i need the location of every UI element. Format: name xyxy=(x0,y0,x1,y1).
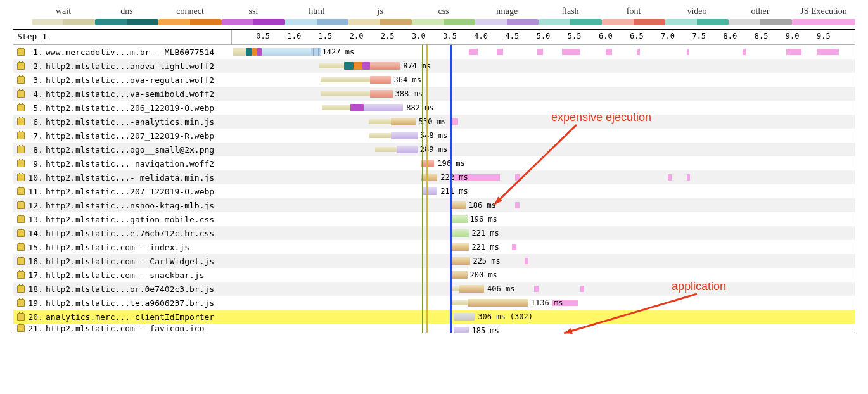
waterfall-row[interactable]: 4.http2.mlstatic...va-semibold.woff2388 … xyxy=(13,87,855,101)
lock-icon xyxy=(17,62,25,70)
segment-wait xyxy=(233,48,246,56)
jsexec-segment xyxy=(515,174,520,181)
legend-label: js xyxy=(348,6,412,16)
lock-icon xyxy=(17,313,25,321)
waterfall-row[interactable]: 10.http2.mlstatic...- melidata.min.js222… xyxy=(13,170,855,184)
row-ms-label: 874 ms xyxy=(403,61,430,70)
segment-image xyxy=(391,132,418,139)
row-number: 7. xyxy=(28,131,43,141)
segment-wait xyxy=(321,91,371,96)
row-ms-label: 1427 ms xyxy=(322,48,355,56)
row-bars: 211 ms xyxy=(232,184,855,198)
legend-label: wait xyxy=(32,6,95,16)
legend-swatch xyxy=(602,19,665,25)
waterfall-row[interactable]: 11.http2.mlstatic...207_122019-O.webp211… xyxy=(13,184,855,198)
row-number: 11. xyxy=(28,187,43,196)
row-bars: 882 ms xyxy=(232,101,855,115)
legend-item-connect: connect xyxy=(158,6,222,25)
legend-item-ssl: ssl xyxy=(222,6,285,25)
legend-swatch xyxy=(475,19,539,25)
tick: 2.0 xyxy=(350,32,364,41)
row-url: http2.mlstatic...206_122019-O.webp xyxy=(46,103,214,113)
waterfall-row[interactable]: 17.http2.mlstatic.com - snackbar.js200 m… xyxy=(13,268,855,282)
row-url: http2.mlstatic...ogo__small@2x.png xyxy=(46,145,214,155)
row-label: 5.http2.mlstatic...206_122019-O.webp xyxy=(13,103,232,113)
row-bars: 200 ms xyxy=(232,268,855,282)
legend-item-dns: dns xyxy=(95,6,158,25)
row-ms-label: 222 ms xyxy=(440,173,468,182)
segment-wait xyxy=(369,119,390,124)
legend-swatch xyxy=(348,19,412,25)
segment-wait xyxy=(369,133,390,138)
legend-label: connect xyxy=(158,6,222,16)
row-bars: 196 ms xyxy=(232,156,855,170)
segment-js xyxy=(451,243,469,251)
waterfall-row[interactable]: 8.http2.mlstatic...ogo__small@2x.png289 … xyxy=(13,143,855,156)
waterfall-row[interactable]: 20.analytics.merc... clientIdImporter306… xyxy=(13,310,855,324)
waterfall-row[interactable]: 2.http2.mlstatic...anova-light.woff2874 … xyxy=(13,59,855,73)
row-url: http2.mlstatic...207_122019-O.webp xyxy=(46,187,214,196)
jsexec-segment xyxy=(469,49,478,55)
row-label: 15.http2.mlstatic.com - index.js xyxy=(13,243,232,252)
waterfall-row[interactable]: 19.http2.mlstatic...le.a9606237.br.js113… xyxy=(13,296,855,310)
waterfall-row[interactable]: 5.http2.mlstatic...206_122019-O.webp882 … xyxy=(13,101,855,115)
legend: wait dns connect ssl html js css image f… xyxy=(13,6,855,25)
waterfall-row[interactable]: 13.http2.mlstatic...gation-mobile.css196… xyxy=(13,212,855,226)
row-url: http2.mlstatic...va-semibold.woff2 xyxy=(46,89,214,99)
waterfall-row[interactable]: 15.http2.mlstatic.com - index.js221 ms xyxy=(13,240,855,254)
waterfall-row[interactable]: 12.http2.mlstatic...nshoo-ktag-mlb.js186… xyxy=(13,198,855,212)
row-url: http2.mlstatic.com - CartWidget.js xyxy=(46,257,214,266)
row-number: 5. xyxy=(28,103,43,113)
row-url: www.mercadoliv...m.br - MLB6077514 xyxy=(46,48,214,57)
row-label: 2.http2.mlstatic...anova-light.woff2 xyxy=(13,61,232,71)
tick: 3.0 xyxy=(412,32,426,41)
row-label: 13.http2.mlstatic...gation-mobile.css xyxy=(13,215,232,224)
legend-label: html xyxy=(285,6,348,16)
segment-ssl xyxy=(257,48,262,56)
lock-icon xyxy=(17,132,25,139)
row-url: http2.mlstatic...nshoo-ktag-mlb.js xyxy=(46,201,214,210)
row-ms-label: 388 ms xyxy=(395,89,423,98)
segment-wait xyxy=(451,286,459,291)
row-ms-label: 548 ms xyxy=(420,131,447,140)
legend-item-html: html xyxy=(285,6,348,25)
tick: 3.5 xyxy=(443,32,457,41)
row-number: 15. xyxy=(28,243,43,252)
waterfall-row[interactable]: 7.http2.mlstatic...207_122019-R.webp548 … xyxy=(13,129,855,143)
jsexec-segment xyxy=(786,49,802,55)
row-bars: 388 ms xyxy=(232,87,855,101)
waterfall-row[interactable]: 16.http2.mlstatic.com - CartWidget.js225… xyxy=(13,254,855,268)
segment-js xyxy=(451,201,466,209)
waterfall-row[interactable]: 3.http2.mlstatic...ova-regular.woff2364 … xyxy=(13,73,855,87)
tick: 4.0 xyxy=(474,32,488,41)
waterfall-row[interactable]: 1.www.mercadoliv...m.br - MLB60775141427… xyxy=(13,45,855,59)
row-number: 6. xyxy=(28,117,43,127)
row-ms-label: 200 ms xyxy=(470,270,497,279)
waterfall-row[interactable]: 9.http2.mlstatic... navigation.woff2196 … xyxy=(13,156,855,170)
jsexec-segment xyxy=(743,49,746,55)
waterfall-row[interactable]: 14.http2.mlstatic...e.76cb712c.br.css221… xyxy=(13,226,855,240)
segment-js xyxy=(459,285,484,293)
segment-ssl xyxy=(362,62,370,70)
row-label: 6.http2.mlstatic...-analytics.min.js xyxy=(13,117,232,127)
segment-image xyxy=(422,187,438,195)
tick: 8.0 xyxy=(724,32,737,41)
segment-html xyxy=(262,48,311,56)
row-url: http2.mlstatic... navigation.woff2 xyxy=(46,159,214,168)
lock-icon xyxy=(17,285,25,293)
legend-item-css: css xyxy=(412,6,475,25)
legend-label: other xyxy=(729,6,792,16)
waterfall-row[interactable]: 21.http2.mlstatic.com - favicon.ico185 m… xyxy=(13,324,855,333)
lock-icon xyxy=(17,324,25,332)
jsexec-segment xyxy=(817,49,839,55)
waterfall-row[interactable]: 18.http2.mlstatic...or.0e7402c3.br.js406… xyxy=(13,282,855,296)
row-label: 19.http2.mlstatic...le.a9606237.br.js xyxy=(13,298,232,308)
legend-swatch xyxy=(539,19,602,25)
segment-css xyxy=(451,215,468,223)
waterfall-row[interactable]: 6.http2.mlstatic...-analytics.min.js530 … xyxy=(13,115,855,129)
row-url: http2.mlstatic...207_122019-R.webp xyxy=(46,131,214,141)
row-bars: 221 ms xyxy=(232,226,855,240)
row-number: 3. xyxy=(28,75,43,85)
segment-js xyxy=(451,257,469,265)
legend-item-other: other xyxy=(729,6,792,25)
